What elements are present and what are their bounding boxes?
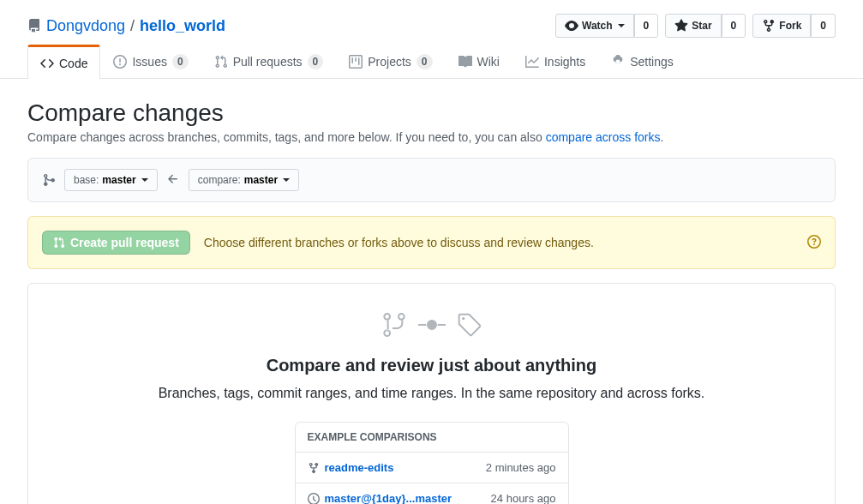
range-editor: base: master compare: master <box>27 158 836 202</box>
book-icon <box>458 55 472 69</box>
project-icon <box>349 55 363 69</box>
tab-projects[interactable]: Projects 0 <box>336 45 445 78</box>
fork-button[interactable]: Fork <box>752 14 811 38</box>
star-button[interactable]: Star <box>665 14 721 38</box>
git-branch-icon <box>308 462 320 474</box>
help-icon[interactable] <box>807 235 821 251</box>
clock-icon <box>308 493 320 505</box>
caret-down-icon <box>618 24 625 27</box>
example-time: 2 minutes ago <box>486 461 556 474</box>
tab-issues[interactable]: Issues 0 <box>100 45 201 78</box>
page-subtitle: Compare changes across branches, commits… <box>27 130 836 144</box>
star-count[interactable]: 0 <box>722 14 746 38</box>
base-branch-selector[interactable]: base: master <box>64 169 158 191</box>
issue-icon <box>113 55 127 69</box>
git-pull-request-icon <box>214 55 228 69</box>
git-compare-icon <box>42 173 56 187</box>
fork-count[interactable]: 0 <box>811 14 836 38</box>
repo-actions: Watch 0 Star 0 Fork 0 <box>555 14 836 38</box>
blankslate-description: Branches, tags, commit ranges, and time … <box>56 386 807 401</box>
gear-icon <box>611 55 625 69</box>
watch-count[interactable]: 0 <box>634 14 659 38</box>
repo-owner-link[interactable]: Dongvdong <box>46 17 125 35</box>
repo-header: Dongvdong / hello_world Watch 0 Star 0 <box>0 0 863 45</box>
tab-pull-requests[interactable]: Pull requests 0 <box>201 45 337 78</box>
git-commit-icon <box>418 311 446 339</box>
git-branch-icon <box>381 311 408 339</box>
repo-separator: / <box>130 17 135 35</box>
compare-across-forks-link[interactable]: compare across forks <box>546 130 661 144</box>
tab-code[interactable]: Code <box>27 45 100 79</box>
compare-branch-selector[interactable]: compare: master <box>189 169 299 191</box>
watch-button[interactable]: Watch <box>555 14 634 38</box>
example-link[interactable]: master@{1day}...master <box>325 492 452 504</box>
blankslate-icons <box>56 311 807 339</box>
repo-icon <box>27 19 41 33</box>
example-comparisons: EXAMPLE COMPARISONS readme-edits 2 minut… <box>295 422 569 504</box>
pulls-count: 0 <box>308 54 324 69</box>
flash-text: Choose different branches or forks above… <box>204 236 594 249</box>
tab-settings[interactable]: Settings <box>598 45 686 78</box>
create-pull-request-button[interactable]: Create pull request <box>42 231 190 255</box>
code-icon <box>40 57 54 70</box>
repo-title: Dongvdong / hello_world <box>27 17 225 35</box>
arrow-left-icon <box>166 172 180 189</box>
issues-count: 0 <box>172 54 189 69</box>
caret-down-icon <box>283 178 290 182</box>
page-title: Compare changes <box>27 99 836 127</box>
caret-down-icon <box>141 178 148 182</box>
tag-icon <box>456 311 483 339</box>
example-time: 24 hours ago <box>491 492 556 504</box>
graph-icon <box>525 55 539 69</box>
repo-name-link[interactable]: hello_world <box>140 17 225 35</box>
tab-wiki[interactable]: Wiki <box>446 45 512 78</box>
repo-nav: Code Issues 0 Pull requests 0 Projects 0… <box>0 45 863 79</box>
example-row[interactable]: readme-edits 2 minutes ago <box>296 453 568 483</box>
example-header: EXAMPLE COMPARISONS <box>296 423 568 453</box>
flash-message: Create pull request Choose different bra… <box>27 216 836 269</box>
tab-insights[interactable]: Insights <box>512 45 598 78</box>
example-link[interactable]: readme-edits <box>325 461 394 474</box>
projects-count: 0 <box>417 54 433 69</box>
blankslate-heading: Compare and review just about anything <box>56 356 807 375</box>
blankslate: Compare and review just about anything B… <box>27 283 836 504</box>
example-row[interactable]: master@{1day}...master 24 hours ago <box>296 483 568 504</box>
